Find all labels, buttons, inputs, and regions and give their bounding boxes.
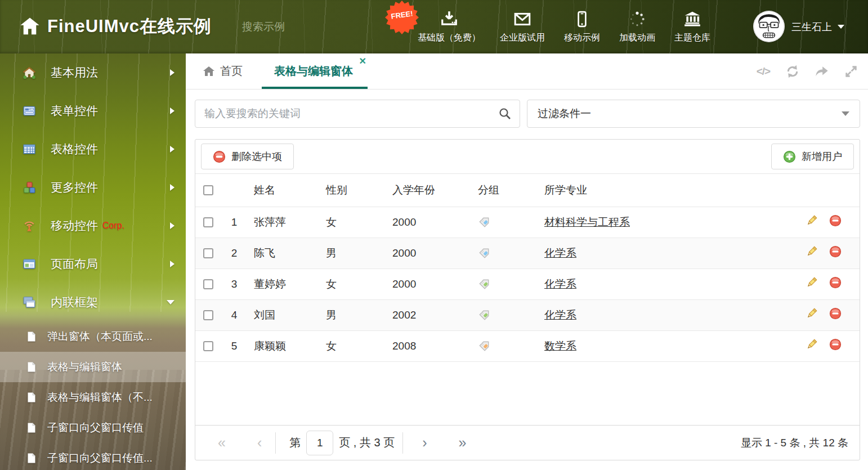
tag-icon	[478, 247, 490, 259]
cell-name: 刘国	[247, 299, 319, 330]
header-search-input[interactable]	[242, 21, 380, 33]
col-header-major: 所学专业	[538, 174, 788, 207]
last-page-button[interactable]: »	[458, 436, 466, 450]
major-link[interactable]: 化学系	[544, 309, 576, 321]
table-row: 3 董婷婷 女 2000 化学系	[195, 268, 860, 299]
source-code-icon[interactable]: </>	[755, 64, 771, 79]
cell-gender: 女	[319, 330, 386, 361]
content: 过滤条件一 删除选中项 新增用户	[186, 89, 868, 460]
tab-active[interactable]: 表格与编辑窗体 ✕	[262, 53, 368, 89]
free-badge: FREE!	[385, 1, 419, 34]
header-nav-item[interactable]: 基础版（免费）	[418, 10, 481, 44]
sidebar-item[interactable]: 页面布局	[0, 245, 186, 283]
major-link[interactable]: 化学系	[544, 247, 576, 259]
edit-pencil-icon[interactable]	[806, 307, 818, 320]
edit-pencil-icon[interactable]	[806, 245, 818, 258]
refresh-icon[interactable]	[785, 64, 800, 79]
record-summary: 显示 1 - 5 条 , 共 12 条	[741, 436, 852, 450]
major-link[interactable]: 材料科学与工程系	[544, 216, 630, 228]
filter-dropdown[interactable]: 过滤条件一	[527, 100, 860, 128]
cell-gender: 男	[319, 238, 386, 268]
header-nav-item[interactable]: 主题仓库	[674, 10, 710, 44]
keyword-search-input[interactable]	[204, 108, 498, 120]
chevron-icon	[170, 184, 175, 191]
expand-icon[interactable]	[843, 64, 859, 79]
search-icon[interactable]	[498, 107, 512, 120]
chevron-icon	[170, 222, 175, 229]
share-forward-icon[interactable]	[814, 64, 830, 79]
delete-row-icon[interactable]	[829, 245, 842, 258]
table-header-row: 姓名 性别 入学年份 分组 所学专业	[195, 174, 860, 207]
cell-year: 2002	[386, 299, 471, 330]
row-checkbox[interactable]	[203, 341, 213, 351]
chevron-icon	[170, 108, 175, 114]
sidebar-item-label: 表单控件	[51, 103, 98, 119]
delete-row-icon[interactable]	[829, 307, 842, 320]
avatar[interactable]	[753, 11, 785, 42]
bank-icon	[683, 10, 701, 28]
download-icon	[440, 10, 458, 28]
row-checkbox[interactable]	[203, 279, 213, 289]
plus-circle-icon	[783, 150, 796, 163]
cubes-icon	[23, 181, 36, 194]
header-nav-label: 基础版（免费）	[418, 32, 481, 44]
delete-selected-button[interactable]: 删除选中项	[201, 144, 294, 169]
table-row: 2 陈飞 男 2000 化学系	[195, 238, 860, 268]
sidebar-subitem[interactable]: 表格与编辑窗体	[0, 352, 186, 382]
app-header: FineUIMvc在线示例 FREE! 基础版（免费） 企业版试用 移动示例 加…	[0, 0, 868, 53]
chevron-icon	[167, 300, 175, 305]
row-checkbox[interactable]	[203, 310, 213, 320]
sidebar-subitem[interactable]: 弹出窗体（本页面或...	[0, 321, 186, 352]
table-row: 5 康颖颖 女 2008 数学系	[195, 330, 860, 361]
close-icon[interactable]: ✕	[359, 57, 366, 66]
header-nav-item[interactable]: 加载动画	[619, 10, 655, 44]
edit-pencil-icon[interactable]	[806, 276, 818, 289]
chevron-icon	[170, 69, 175, 76]
sidebar-item-label: 基本用法	[51, 65, 98, 80]
add-user-button[interactable]: 新增用户	[771, 144, 854, 169]
next-page-button[interactable]: ›	[422, 436, 427, 450]
sidebar-subitem[interactable]: 子窗口向父窗口传值	[0, 413, 186, 443]
cell-gender: 男	[319, 299, 386, 330]
home-logo-icon[interactable]	[19, 16, 41, 37]
pagination-bar: « ‹ 第 页 , 共 3 页 › » 显示 1 - 5 条 , 共 12 条	[195, 425, 860, 460]
tag-icon	[478, 216, 490, 229]
delete-row-icon[interactable]	[829, 214, 842, 227]
prev-page-button[interactable]: ‹	[257, 436, 262, 450]
page: FineUIMvc在线示例 FREE! 基础版（免费） 企业版试用 移动示例 加…	[0, 0, 868, 470]
cell-name: 康颖颖	[247, 330, 319, 361]
select-all-checkbox[interactable]	[203, 185, 213, 195]
tab-bar: 首页 表格与编辑窗体 ✕ </>	[186, 53, 868, 89]
row-number: 4	[221, 299, 247, 330]
chevron-icon	[170, 261, 175, 267]
row-checkbox[interactable]	[203, 248, 213, 258]
edit-pencil-icon[interactable]	[806, 338, 818, 351]
header-nav-item[interactable]: 企业版试用	[500, 10, 545, 44]
col-header-group: 分组	[471, 174, 538, 207]
sidebar-subitem[interactable]: 子窗口向父窗口传值...	[0, 443, 186, 470]
header-nav-item[interactable]: 移动示例	[564, 10, 600, 44]
major-link[interactable]: 化学系	[544, 278, 576, 290]
delete-row-icon[interactable]	[829, 338, 842, 351]
sidebar-item[interactable]: 表格控件	[0, 130, 186, 168]
sidebar-item[interactable]: 基本用法	[0, 53, 186, 92]
edit-pencil-icon[interactable]	[806, 214, 818, 227]
sidebar-item[interactable]: 内联框架	[0, 283, 186, 321]
major-link[interactable]: 数学系	[544, 340, 576, 352]
user-menu[interactable]: 三生石上	[791, 0, 844, 53]
tab-home[interactable]: 首页	[198, 53, 247, 89]
sidebar-item[interactable]: 表单控件	[0, 92, 186, 130]
col-header-gender: 性别	[319, 174, 386, 207]
first-page-button[interactable]: «	[218, 436, 226, 450]
sidebar-subitem[interactable]: 表格与编辑窗体（不...	[0, 382, 186, 413]
row-checkbox[interactable]	[203, 217, 213, 227]
page-number-input[interactable]	[306, 431, 333, 455]
tab-home-label: 首页	[220, 64, 243, 79]
sidebar-item-label: 更多控件	[51, 180, 98, 195]
add-user-label: 新增用户	[802, 150, 842, 163]
sidebar-item[interactable]: 更多控件	[0, 168, 186, 207]
sidebar-item[interactable]: 移动控件 Corp.	[0, 207, 186, 245]
sidebar-item-label: 内联框架	[51, 294, 98, 310]
delete-selected-label: 删除选中项	[231, 150, 282, 163]
delete-row-icon[interactable]	[829, 276, 842, 289]
